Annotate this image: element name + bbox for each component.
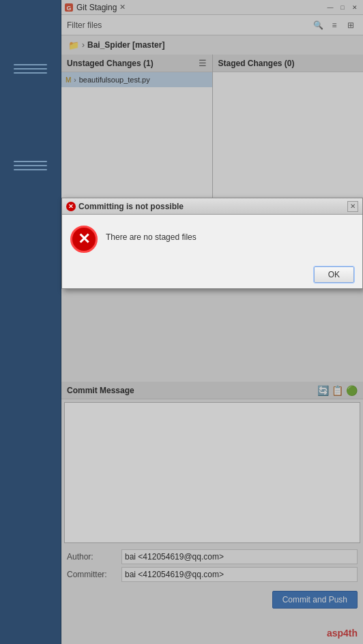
main-window: G Git Staging ✕ — □ ✕ Filter files 🔍 ≡ ⊞… [61, 0, 363, 644]
sidebar-item-1[interactable] [0, 55, 61, 83]
sidebar [0, 0, 61, 644]
dialog-ok-button[interactable]: OK [314, 266, 354, 283]
dialog-footer: OK [62, 261, 362, 288]
dialog-title-text: Committing is not possible [78, 202, 184, 211]
sidebar-item-2[interactable] [0, 151, 61, 180]
dialog-close-button[interactable]: ✕ [347, 201, 358, 212]
dialog-body: ✕ There are no staged files [62, 215, 362, 261]
dialog-overlay: ✕ Committing is not possible ✕ ✕ There a… [61, 0, 363, 644]
error-dialog: ✕ Committing is not possible ✕ ✕ There a… [61, 198, 363, 289]
dialog-error-icon: ✕ [66, 202, 76, 211]
dialog-title-bar: ✕ Committing is not possible ✕ [62, 198, 362, 215]
dialog-title-left: ✕ Committing is not possible [66, 202, 184, 211]
dialog-message: There are no staged files [106, 226, 354, 242]
dialog-error-symbol: ✕ [70, 226, 98, 253]
